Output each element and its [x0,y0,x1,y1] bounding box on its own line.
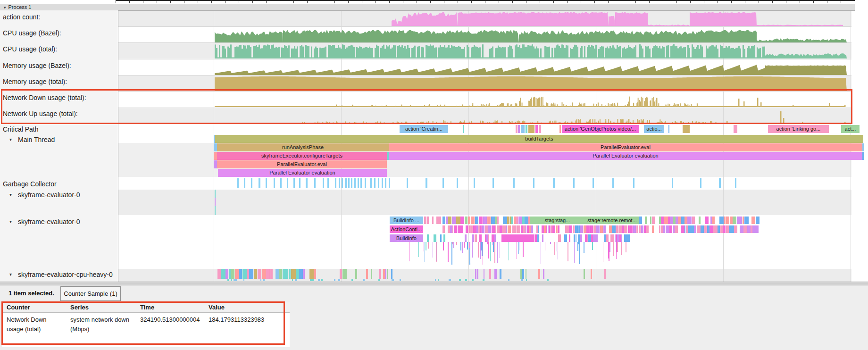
activity-sliver[interactable] [547,279,549,281]
gc-event-tick[interactable] [259,178,260,188]
activity-sliver[interactable] [705,217,709,224]
activity-sliver[interactable] [692,217,695,224]
activity-sliver[interactable] [621,234,622,242]
activity-sliver[interactable] [723,225,726,233]
activity-sliver[interactable] [309,269,314,279]
activity-sliver[interactable] [221,269,225,279]
track-label-skyframe-evaluator-cpu-heavy-0[interactable]: ▾skyframe-evaluator-cpu-heavy-0 [18,271,113,278]
activity-sliver[interactable] [477,269,478,279]
gc-event-tick[interactable] [244,178,245,188]
activity-sliver[interactable] [262,269,266,279]
collapse-arrow-icon[interactable]: ▾ [9,272,12,277]
activity-sliver[interactable] [487,217,491,224]
critical-path-slice[interactable]: actio... [644,125,664,133]
activity-sliver[interactable] [591,234,593,242]
activity-sliver[interactable] [474,225,476,233]
activity-sliver[interactable] [235,279,236,281]
activity-sliver[interactable] [435,234,436,242]
counter-chart-action-count[interactable] [118,10,851,26]
activity-sliver[interactable] [688,225,691,233]
activity-sliver[interactable] [449,279,451,281]
gc-event-tick[interactable] [612,178,614,188]
activity-sliver[interactable] [446,217,448,224]
critical-path-slice[interactable] [528,125,534,133]
activity-sliver[interactable] [500,225,502,233]
activity-sliver[interactable] [471,217,475,224]
activity-sliver[interactable] [521,225,523,233]
gc-event-tick[interactable] [342,178,343,188]
activity-sliver[interactable] [729,225,733,233]
critical-path-slice[interactable] [526,125,527,133]
counter-chart-network-down-usage-total[interactable] [118,92,851,107]
activity-sliver[interactable] [659,225,660,233]
activity-sliver[interactable] [523,225,525,233]
activity-sliver[interactable] [231,269,234,279]
activity-sliver[interactable] [508,279,509,281]
track-label-action-count[interactable]: action count: [3,13,40,21]
activity-sliver[interactable] [584,225,586,233]
critical-path-slice[interactable]: action 'Creatin... [400,125,448,133]
activity-sliver[interactable] [596,225,600,233]
gc-event-tick[interactable] [237,178,239,188]
gc-event-tick[interactable] [335,178,336,188]
activity-sliver[interactable] [442,217,445,224]
activity-sliver[interactable] [378,279,380,281]
activity-sliver[interactable] [355,269,357,279]
activity-sliver[interactable] [465,234,467,242]
evaluator-slice[interactable]: ActionConti... [390,225,423,233]
activity-sliver[interactable] [661,225,663,233]
track-label-cpu-usage-bazel[interactable]: CPU usage (Bazel): [3,29,61,37]
activity-sliver[interactable] [707,225,709,233]
gc-event-tick[interactable] [382,178,383,188]
activity-sliver[interactable] [617,234,619,242]
activity-sliver[interactable] [596,234,598,242]
activity-sliver[interactable] [479,217,483,224]
activity-sliver[interactable] [585,234,586,242]
activity-sliver[interactable] [484,269,484,279]
activity-sliver[interactable] [526,269,526,279]
evaluator-slice[interactable]: BuildInfo ... [390,217,423,224]
activity-sliver[interactable] [258,269,261,279]
track-label-memory-usage-total[interactable]: Memory usage (total): [3,78,67,85]
critical-path-slice[interactable]: act... [841,125,860,133]
counter-chart-cpu-usage-bazel[interactable] [118,27,851,42]
activity-sliver[interactable] [470,225,473,233]
activity-sliver[interactable] [434,234,435,242]
activity-sliver[interactable] [624,234,626,242]
activity-sliver[interactable] [495,217,497,224]
activity-sliver[interactable] [558,234,561,242]
activity-sliver[interactable] [726,225,729,233]
activity-sliver[interactable] [575,225,578,233]
gc-event-tick[interactable] [573,178,575,188]
critical-path-slice[interactable] [734,125,737,133]
evaluator-slice[interactable]: stag:stag... [530,217,585,224]
activity-sliver[interactable] [483,217,487,224]
gc-event-tick[interactable] [314,178,316,188]
activity-sliver[interactable] [299,269,303,279]
gc-event-tick[interactable] [374,178,376,188]
activity-sliver[interactable] [624,225,627,233]
gc-event-tick[interactable] [251,178,252,188]
activity-sliver[interactable] [678,217,681,224]
activity-sliver[interactable] [489,269,491,279]
col-time[interactable]: Time [135,302,204,313]
activity-sliver[interactable] [296,269,299,279]
activity-sliver[interactable] [508,225,511,233]
activity-sliver[interactable] [379,269,381,279]
activity-sliver[interactable] [639,225,641,233]
table-row[interactable]: Network Down usage (total) system networ… [2,313,290,348]
activity-sliver[interactable] [456,217,460,224]
activity-sliver[interactable] [612,225,616,233]
gc-event-tick[interactable] [358,178,359,188]
gc-event-tick[interactable] [533,178,534,188]
main-thread-slice[interactable] [862,143,864,151]
gc-event-tick[interactable] [370,178,372,188]
activity-sliver[interactable] [616,225,618,233]
activity-sliver[interactable] [459,279,461,281]
activity-sliver[interactable] [495,225,496,233]
activity-sliver[interactable] [627,234,629,242]
activity-sliver[interactable] [574,234,575,242]
critical-path-slice[interactable] [535,125,538,133]
critical-path-slice[interactable] [463,125,464,133]
activity-sliver[interactable] [691,225,693,233]
